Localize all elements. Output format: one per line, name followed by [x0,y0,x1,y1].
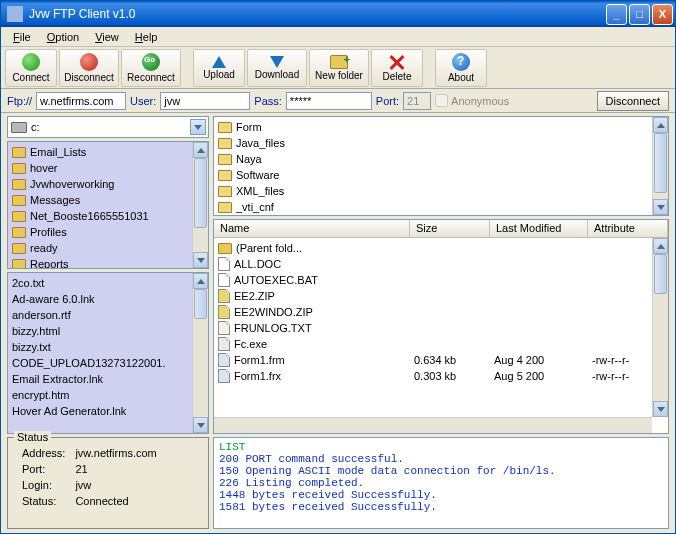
delete-button[interactable]: Delete [371,49,423,87]
scroll-up-icon[interactable] [653,238,668,254]
scroll-up-icon[interactable] [193,273,208,289]
remote-file-row[interactable]: Form1.frm0.634 kbAug 4 200-rw-r--r- [218,352,666,368]
col-size[interactable]: Size [410,220,490,237]
col-name[interactable]: Name [214,220,410,237]
user-input[interactable] [160,92,250,110]
toolbar-label: Upload [203,69,235,80]
upload-button[interactable]: Upload [193,49,245,87]
remote-file-row[interactable]: EE2WINDO.ZIP [218,304,666,320]
remote-file-row[interactable]: (Parent fold... [218,240,666,256]
connect-button[interactable]: Connect [5,49,57,87]
log-line: 1448 bytes received Successfully. [219,489,663,501]
app-window: Jvw FTP Client v1.0 _ □ X FileOptionView… [0,0,676,534]
new-folder-button[interactable]: New folder [309,49,369,87]
remote-folder-item[interactable]: Naya [218,151,666,167]
folder-name: ready [30,242,58,254]
pass-input[interactable] [286,92,372,110]
up-icon [212,56,226,68]
anonymous-checkbox[interactable]: Anonymous [435,94,509,107]
scrollbar[interactable] [192,273,208,433]
scrollbar[interactable] [652,117,668,215]
local-file-item[interactable]: Ad-aware 6.0.lnk [12,291,206,307]
local-folder-item[interactable]: ready [12,240,206,256]
menu-file[interactable]: File [5,29,39,45]
remote-file-row[interactable]: EE2.ZIP [218,288,666,304]
local-folder-item[interactable]: Reports [12,256,206,269]
scrollbar[interactable] [219,513,663,529]
port-input[interactable] [403,92,431,110]
h-scrollbar[interactable] [214,417,652,433]
remote-folder-item[interactable]: Java_files [218,135,666,151]
remote-folder-item[interactable]: _vti_cnf [218,199,666,215]
folder-name: Net_Booste1665551031 [30,210,149,222]
file-name: Hover Ad Generator.lnk [12,405,126,417]
local-folder-item[interactable]: Messages [12,192,206,208]
scroll-thumb[interactable] [654,133,667,193]
local-file-pane[interactable]: 2co.txtAd-aware 6.0.lnkanderson.rtfbizzy… [7,272,209,434]
reconnect-button[interactable]: Reconnect [121,49,181,87]
scroll-thumb[interactable] [654,254,667,294]
scrollbar[interactable] [652,238,668,417]
local-file-item[interactable]: CODE_UPLOAD13273122001. [12,355,206,371]
menu-option[interactable]: Option [39,29,87,45]
folder-icon [218,138,232,149]
remote-file-row[interactable]: Form1.frx0.303 kbAug 5 200-rw-r--r- [218,368,666,384]
local-file-item[interactable]: bizzy.html [12,323,206,339]
remote-file-row[interactable]: FRUNLOG.TXT [218,320,666,336]
file-attr: -rw-r--r- [592,352,652,368]
folder-name: Jvwhoverworking [30,178,114,190]
scroll-thumb[interactable] [219,513,663,529]
scroll-up-icon[interactable] [653,117,668,133]
scroll-down-icon[interactable] [193,417,208,433]
scroll-up-icon[interactable] [193,142,208,158]
remote-file-pane[interactable]: Name Size Last Modified Attribute (Paren… [213,219,669,434]
remote-file-row[interactable]: AUTOEXEC.BAT [218,272,666,288]
file-modified [494,288,592,304]
scroll-thumb[interactable] [194,289,207,319]
scrollbar[interactable] [192,142,208,268]
anon-check-input[interactable] [435,94,448,107]
local-file-item[interactable]: 2co.txt [12,275,206,291]
file-name: Email Extractor.lnk [12,373,103,385]
remote-folder-item[interactable]: Form [218,119,666,135]
remote-file-row[interactable]: Fc.exe [218,336,666,352]
folder-name: Java_files [236,137,285,149]
remote-file-row[interactable]: ALL.DOC [218,256,666,272]
local-folder-pane[interactable]: Email_ListshoverJvwhoverworkingMessagesN… [7,141,209,269]
drive-dropdown-icon[interactable] [190,119,206,135]
local-folder-item[interactable]: Jvwhoverworking [12,176,206,192]
local-file-item[interactable]: anderson.rtf [12,307,206,323]
log-panel[interactable]: LIST200 PORT command successful.150 Open… [213,437,669,529]
local-column: c: Email_ListshoverJvwhoverworkingMessag… [7,116,209,434]
minimize-button[interactable]: _ [606,4,627,25]
scroll-down-icon[interactable] [653,199,668,215]
scroll-down-icon[interactable] [193,252,208,268]
col-attribute[interactable]: Attribute [588,220,668,237]
disconnect-button[interactable]: Disconnect [59,49,119,87]
local-folder-item[interactable]: Email_Lists [12,144,206,160]
local-file-item[interactable]: encrypt.htm [12,387,206,403]
close-button[interactable]: X [652,4,673,25]
menu-help[interactable]: Help [127,29,166,45]
local-folder-item[interactable]: Net_Booste1665551031 [12,208,206,224]
about-button[interactable]: About [435,49,487,87]
host-input[interactable] [36,92,126,110]
remote-folder-item[interactable]: XML_files [218,183,666,199]
slogin-value: jvw [71,478,160,492]
scroll-down-icon[interactable] [653,401,668,417]
local-folder-item[interactable]: hover [12,160,206,176]
local-file-item[interactable]: Hover Ad Generator.lnk [12,403,206,419]
remote-folder-pane[interactable]: FormJava_filesNayaSoftwareXML_files_vti_… [213,116,669,216]
scroll-thumb[interactable] [194,158,207,228]
folder-icon [218,170,232,181]
menu-view[interactable]: View [87,29,127,45]
remote-folder-item[interactable]: Software [218,167,666,183]
download-button[interactable]: Download [247,49,307,87]
maximize-button[interactable]: □ [629,4,650,25]
local-file-item[interactable]: bizzy.txt [12,339,206,355]
col-modified[interactable]: Last Modified [490,220,588,237]
drive-selector[interactable]: c: [7,116,209,138]
local-folder-item[interactable]: Profiles [12,224,206,240]
disconnect-button[interactable]: Disconnect [597,91,669,111]
local-file-item[interactable]: Email Extractor.lnk [12,371,206,387]
